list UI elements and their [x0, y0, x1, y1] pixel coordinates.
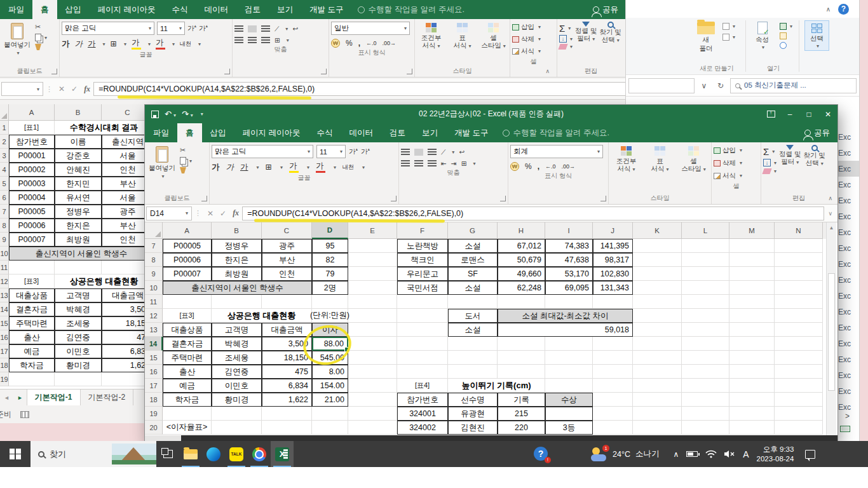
- cell-H9[interactable]: 49,660: [498, 267, 545, 281]
- insert-function-icon[interactable]: fx: [81, 85, 93, 94]
- cell-I20[interactable]: 3등: [545, 421, 593, 435]
- cell-E11[interactable]: [348, 295, 397, 309]
- ribbon-tab-2[interactable]: 삽입: [57, 0, 90, 19]
- cell-J9[interactable]: 102,830: [593, 267, 633, 281]
- file-item[interactable]: Exc: [836, 367, 859, 383]
- cell-B15[interactable]: 조세웅: [55, 316, 102, 330]
- format-cells-button[interactable]: 서식▾: [714, 170, 759, 181]
- cell-A11[interactable]: [9, 261, 55, 274]
- cell-C9[interactable]: 인천: [102, 233, 146, 247]
- cell-A10[interactable]: 출신지역이 서울인 학생수: [9, 247, 146, 261]
- cell-G18[interactable]: 선수명: [448, 393, 498, 407]
- cell-K11[interactable]: [633, 295, 682, 309]
- cell-B4[interactable]: 안혜진: [55, 163, 102, 177]
- cell-I8[interactable]: 47,638: [545, 253, 593, 267]
- cell-H14[interactable]: [498, 337, 545, 351]
- select-all-corner[interactable]: [0, 104, 9, 121]
- cell-A3[interactable]: P00001: [9, 149, 55, 163]
- cell-G10[interactable]: 소설: [448, 281, 498, 295]
- cell-I9[interactable]: 53,170: [545, 267, 593, 281]
- cell-B9[interactable]: 최방원: [212, 267, 262, 281]
- cell-M11[interactable]: [729, 295, 775, 309]
- cell-F12[interactable]: [397, 309, 448, 323]
- cell-E18[interactable]: [348, 393, 397, 407]
- cell-E15[interactable]: [348, 351, 397, 365]
- cell-K19[interactable]: [633, 407, 682, 421]
- taskbar-get-help[interactable]: ? !: [534, 447, 549, 462]
- fg-ribbon-collapse[interactable]: ∧: [828, 195, 832, 201]
- align-center-icon[interactable]: [248, 37, 257, 44]
- ribbon-tab-8[interactable]: 개발 도구: [301, 0, 351, 19]
- cell-F7[interactable]: 노란책방: [397, 239, 448, 253]
- row-header-18[interactable]: 18: [145, 393, 163, 407]
- cell-L20[interactable]: [682, 421, 729, 435]
- cell-M10[interactable]: [729, 281, 775, 295]
- cell-N19[interactable]: [775, 407, 823, 421]
- cell-B11[interactable]: [212, 295, 262, 309]
- sheet-tab-0[interactable]: 기본작업-1: [27, 390, 81, 405]
- row-header-14[interactable]: 14: [145, 337, 163, 351]
- cell-C19[interactable]: [262, 407, 312, 421]
- open-button[interactable]: ▾: [780, 23, 792, 30]
- row-header-16[interactable]: 16: [145, 365, 163, 379]
- delete-cells-button[interactable]: 삭제▾: [512, 34, 555, 44]
- ribbon-tab-4[interactable]: 수식: [163, 0, 196, 19]
- file-item[interactable]: Exc: [836, 145, 859, 161]
- number-format-combo[interactable]: 일반▾: [331, 22, 410, 35]
- col-header-K[interactable]: K: [633, 222, 682, 239]
- scrollbar-thumb[interactable]: [828, 273, 835, 391]
- cell-D16[interactable]: 8.00: [312, 365, 348, 379]
- cell-E17[interactable]: [348, 379, 397, 393]
- cell-B17[interactable]: 이민호: [212, 379, 262, 393]
- alignment-dialog-launcher[interactable]: [321, 69, 327, 74]
- cell-C20[interactable]: [262, 421, 312, 435]
- merge-center-button[interactable]: ⊞: [461, 159, 467, 168]
- bg-share-button[interactable]: 공유: [585, 0, 626, 19]
- cell-D10[interactable]: 2명: [312, 281, 348, 295]
- cell-N13[interactable]: [775, 323, 823, 337]
- taskbar-search-box[interactable]: 찾기: [31, 441, 156, 467]
- cell-C8[interactable]: 부산: [262, 253, 312, 267]
- underline-button[interactable]: 가: [240, 163, 248, 172]
- undo-button[interactable]: ↶▾: [165, 109, 176, 119]
- cell-K10[interactable]: [633, 281, 682, 295]
- cell-N20[interactable]: [775, 421, 823, 435]
- cell-L7[interactable]: [682, 239, 729, 253]
- cell-G7[interactable]: 소설: [448, 239, 498, 253]
- bg-tell-me[interactable]: 수행할 작업을 알려 주세요.: [351, 0, 470, 19]
- cell-F16[interactable]: [397, 365, 448, 379]
- cell-B17[interactable]: 이민호: [55, 344, 102, 358]
- cell-B6[interactable]: 유서연: [55, 191, 102, 205]
- formula-bar-expand[interactable]: ∨: [824, 210, 836, 217]
- cell-B11[interactable]: [55, 261, 102, 274]
- cell-K18[interactable]: [633, 393, 682, 407]
- cell-A2[interactable]: 참가번호: [9, 135, 55, 149]
- cell-A9[interactable]: P00007: [9, 233, 55, 247]
- vertical-scrollbar[interactable]: ▲: [826, 222, 836, 435]
- cell-D20[interactable]: [312, 421, 348, 435]
- format-as-table-button[interactable]: 표서식▾: [644, 145, 675, 175]
- cell-C14[interactable]: 3,500: [262, 337, 312, 351]
- ribbon-tab-3[interactable]: 페이지 레이아웃: [234, 123, 309, 142]
- cell-M7[interactable]: [729, 239, 775, 253]
- cell-H18[interactable]: 기록: [498, 393, 545, 407]
- autosum-button[interactable]: Σ▾: [559, 23, 573, 34]
- cell-G19[interactable]: 유광현: [448, 407, 498, 421]
- cell-A9[interactable]: P00007: [163, 267, 212, 281]
- cell-J16[interactable]: [593, 365, 633, 379]
- cell-M20[interactable]: [729, 421, 775, 435]
- cell-B14[interactable]: 박혜경: [212, 337, 262, 351]
- cell-C5[interactable]: 부산: [102, 177, 146, 191]
- cell-J15[interactable]: [593, 351, 633, 365]
- cell-C6[interactable]: 서울: [102, 191, 146, 205]
- cell-H10[interactable]: 62,248: [498, 281, 545, 295]
- cell-N11[interactable]: [775, 295, 823, 309]
- col-header-A[interactable]: A: [163, 222, 212, 239]
- middle-align-icon[interactable]: [248, 25, 257, 32]
- cell-D19[interactable]: [312, 407, 348, 421]
- bold-button[interactable]: 가: [62, 39, 70, 48]
- cell-C19[interactable]: [102, 372, 146, 386]
- top-align-icon[interactable]: [401, 149, 410, 156]
- cell-A18[interactable]: 학자금: [9, 358, 55, 372]
- row-header-9[interactable]: 9: [145, 267, 163, 281]
